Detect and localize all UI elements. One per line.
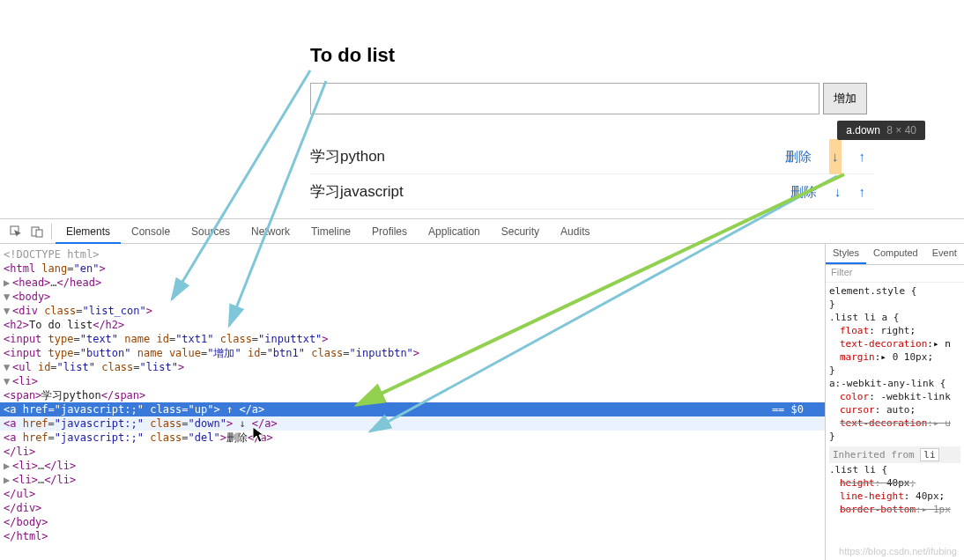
delete-link[interactable]: 删除 — [785, 139, 812, 174]
dom-line[interactable]: </html> — [0, 529, 825, 543]
tab-elements[interactable]: Elements — [56, 219, 121, 244]
separator — [51, 224, 52, 239]
dom-line-selected[interactable]: <a href="javascript:;" class="up"> ↑ </a… — [0, 402, 825, 416]
dom-line[interactable]: ▶<head>…</head> — [0, 276, 825, 290]
todo-list: 学习python ↑ ↓ 删除 学习javascript ↑ ↓ 删除 — [310, 139, 874, 210]
todo-input[interactable] — [310, 83, 819, 114]
css-prop: float: right; — [829, 324, 960, 337]
dom-line[interactable]: ▶<li>…</li> — [0, 459, 825, 473]
css-rule: } — [829, 364, 960, 377]
watermark: https://blog.csdn.net/ifubing — [839, 546, 957, 556]
list-item: 学习javascript ↑ ↓ 删除 — [310, 174, 874, 210]
app-page: To do list 增加 a.down 8 × 40 学习python ↑ ↓… — [0, 0, 964, 218]
inherited-header: Inherited from li — [829, 446, 960, 463]
dom-line[interactable]: ▼<body> — [0, 290, 825, 304]
tab-timeline[interactable]: Timeline — [300, 219, 361, 244]
css-prop-strike: border-bottom:▸ 1px — [829, 503, 960, 516]
element-tooltip: a.down 8 × 40 — [837, 121, 925, 140]
css-prop: margin:▸ 0 10px; — [829, 350, 960, 364]
dom-line[interactable]: <a href="javascript:;" class="del">删除</a… — [0, 431, 825, 445]
css-prop: line-height: 40px; — [829, 490, 960, 503]
dom-line[interactable]: ▼<li> — [0, 374, 825, 388]
page-title: To do list — [310, 44, 964, 67]
inspect-icon[interactable] — [9, 225, 23, 239]
dom-line[interactable]: <span>学习python</span> — [0, 388, 825, 402]
down-link[interactable]: ↓ — [834, 174, 842, 210]
css-prop-strike: text-decoration:▸ u — [829, 416, 960, 430]
styles-panel: Styles Computed Event Filter element.sty… — [825, 244, 964, 560]
tab-profiles[interactable]: Profiles — [361, 219, 418, 244]
css-prop-strike: height: 40px; — [829, 476, 960, 490]
css-prop: color: -webkit-link — [829, 390, 960, 403]
css-rule: } — [829, 298, 960, 311]
devtools-body: <!DOCTYPE html> <html lang="en"> ▶<head>… — [0, 244, 964, 560]
dom-line[interactable]: </ul> — [0, 487, 825, 501]
dom-line[interactable]: <!DOCTYPE html> — [0, 247, 825, 262]
list-item: 学习python ↑ ↓ 删除 — [310, 139, 874, 174]
delete-link[interactable]: 删除 — [790, 174, 817, 210]
css-rule: element.style { — [829, 284, 960, 298]
devtools: Elements Console Sources Network Timelin… — [0, 218, 964, 560]
dom-line[interactable]: </body> — [0, 515, 825, 529]
tab-audits[interactable]: Audits — [550, 219, 600, 244]
css-rule: .list li a { — [829, 311, 960, 324]
devtools-tabs: Elements Console Sources Network Timelin… — [0, 219, 964, 244]
device-toggle-icon[interactable] — [30, 225, 44, 239]
styles-tab-computed[interactable]: Computed — [866, 244, 925, 264]
styles-tabs: Styles Computed Event — [826, 244, 964, 265]
css-prop: cursor: auto; — [829, 403, 960, 416]
tab-sources[interactable]: Sources — [181, 219, 241, 244]
tooltip-dimensions: 8 × 40 — [886, 124, 916, 136]
tooltip-selector: a.down — [846, 124, 880, 136]
input-row: 增加 — [310, 83, 964, 114]
styles-content[interactable]: element.style { } .list li a { float: ri… — [826, 283, 964, 560]
elements-panel[interactable]: <!DOCTYPE html> <html lang="en"> ▶<head>… — [0, 244, 825, 560]
dom-line[interactable]: <html lang="en"> — [0, 262, 825, 276]
dom-line[interactable]: </li> — [0, 445, 825, 459]
dom-line[interactable]: <input type="button" name value="增加" id=… — [0, 346, 825, 360]
css-rule: } — [829, 430, 960, 443]
styles-tab-event[interactable]: Event — [925, 244, 964, 264]
tab-network[interactable]: Network — [241, 219, 300, 244]
item-text: 学习python — [310, 148, 385, 165]
dom-line[interactable]: <input type="text" name id="txt1" class=… — [0, 332, 825, 346]
css-prop: text-decoration:▸ n — [829, 337, 960, 350]
tab-application[interactable]: Application — [418, 219, 491, 244]
up-link[interactable]: ↑ — [859, 139, 866, 174]
add-button[interactable]: 增加 — [823, 83, 867, 114]
dom-line[interactable]: <h2>To do list</h2> — [0, 318, 825, 332]
css-rule: a:-webkit-any-link { — [829, 377, 960, 390]
tab-console[interactable]: Console — [121, 219, 181, 244]
tab-security[interactable]: Security — [491, 219, 550, 244]
css-rule: .list li { — [829, 463, 960, 476]
svg-rect-2 — [36, 230, 42, 237]
up-link[interactable]: ↑ — [859, 174, 866, 210]
dom-line[interactable]: </div> — [0, 501, 825, 515]
down-arrow-highlighted: ↓ — [829, 139, 842, 174]
styles-tab-styles[interactable]: Styles — [826, 244, 866, 264]
dom-line[interactable]: ▶<li>…</li> — [0, 473, 825, 487]
dom-line[interactable]: ▼<div class="list_con"> — [0, 304, 825, 318]
dom-line[interactable]: ▼<ul id="list" class="list"> — [0, 360, 825, 374]
down-link[interactable]: ↓ — [829, 139, 842, 174]
item-text: 学习javascript — [310, 183, 404, 200]
cursor-icon — [252, 426, 266, 446]
styles-filter[interactable]: Filter — [826, 265, 964, 283]
dom-line[interactable]: <a href="javascript:;" class="down"> ↓ <… — [0, 416, 825, 431]
